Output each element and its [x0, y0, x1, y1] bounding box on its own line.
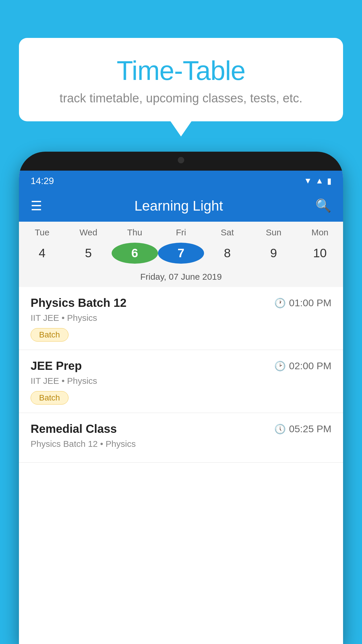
item-2-title: JEE Prep [31, 359, 82, 372]
day-8[interactable]: 8 [204, 243, 250, 264]
search-icon[interactable]: 🔍 [315, 198, 331, 213]
clock-icon-1: 🕐 [274, 298, 286, 309]
app-bar: ☰ Learning Light 🔍 [19, 190, 343, 222]
schedule-item-2[interactable]: JEE Prep 🕑 02:00 PM IIT JEE • Physics Ba… [19, 350, 343, 413]
item-2-badge: Batch [31, 391, 68, 405]
item-3-title: Remedial Class [31, 422, 117, 435]
item-2-subtitle: IIT JEE • Physics [31, 376, 331, 386]
item-2-time-value: 02:00 PM [289, 360, 331, 372]
item-1-time: 🕐 01:00 PM [274, 297, 331, 309]
signal-icon: ▲ [315, 176, 324, 186]
status-icons: ▼ ▲ ▮ [304, 176, 331, 186]
day-header-sun: Sun [250, 228, 297, 237]
item-1-time-value: 01:00 PM [289, 297, 331, 309]
speech-bubble: Time-Table track timetable, upcoming cla… [19, 38, 343, 121]
speech-bubble-container: Time-Table track timetable, upcoming cla… [19, 38, 343, 121]
item-2-time: 🕑 02:00 PM [274, 360, 331, 372]
day-10[interactable]: 10 [297, 243, 343, 264]
day-7-selected[interactable]: 7 [158, 243, 204, 264]
schedule-container: Physics Batch 12 🕐 01:00 PM IIT JEE • Ph… [19, 287, 343, 463]
item-3-header: Remedial Class 🕔 05:25 PM [31, 422, 331, 435]
day-4[interactable]: 4 [19, 243, 65, 264]
bubble-title: Time-Table [34, 55, 328, 86]
battery-icon: ▮ [327, 176, 331, 186]
day-9[interactable]: 9 [250, 243, 297, 264]
day-5[interactable]: 5 [65, 243, 112, 264]
clock-icon-2: 🕑 [274, 360, 286, 372]
item-1-title: Physics Batch 12 [31, 296, 126, 309]
day-numbers: 4 5 6 7 8 9 10 [19, 240, 343, 269]
status-bar: 14:29 ▼ ▲ ▮ [19, 171, 343, 190]
item-3-subtitle: Physics Batch 12 • Physics [31, 439, 331, 449]
phone-frame: 14:29 ▼ ▲ ▮ ☰ Learning Light 🔍 Tue Wed T… [19, 152, 343, 644]
item-3-time: 🕔 05:25 PM [274, 423, 331, 435]
phone-screen: 14:29 ▼ ▲ ▮ ☰ Learning Light 🔍 Tue Wed T… [19, 171, 343, 644]
day-header-wed: Wed [65, 228, 112, 237]
wifi-icon: ▼ [304, 176, 312, 186]
bubble-subtitle: track timetable, upcoming classes, tests… [34, 91, 328, 105]
schedule-item-3[interactable]: Remedial Class 🕔 05:25 PM Physics Batch … [19, 413, 343, 463]
app-bar-title: Learning Light [51, 198, 307, 214]
day-6-today[interactable]: 6 [112, 243, 158, 264]
clock-icon-3: 🕔 [274, 424, 286, 435]
item-2-header: JEE Prep 🕑 02:00 PM [31, 359, 331, 372]
hamburger-menu-icon[interactable]: ☰ [31, 198, 42, 213]
status-time: 14:29 [31, 176, 54, 186]
schedule-item-1[interactable]: Physics Batch 12 🕐 01:00 PM IIT JEE • Ph… [19, 287, 343, 350]
item-1-badge: Batch [31, 328, 68, 342]
day-header-sat: Sat [204, 228, 250, 237]
camera-dot [178, 157, 184, 163]
selected-date-label: Friday, 07 June 2019 [19, 269, 343, 287]
item-1-header: Physics Batch 12 🕐 01:00 PM [31, 296, 331, 309]
day-header-thu: Thu [112, 228, 158, 237]
day-header-mon: Mon [297, 228, 343, 237]
day-headers: Tue Wed Thu Fri Sat Sun Mon [19, 222, 343, 240]
phone-notch [158, 152, 204, 169]
day-header-fri: Fri [158, 228, 204, 237]
item-1-subtitle: IIT JEE • Physics [31, 313, 331, 323]
day-header-tue: Tue [19, 228, 65, 237]
calendar-section: Tue Wed Thu Fri Sat Sun Mon 4 5 6 7 8 9 … [19, 222, 343, 287]
item-3-time-value: 05:25 PM [289, 423, 331, 435]
